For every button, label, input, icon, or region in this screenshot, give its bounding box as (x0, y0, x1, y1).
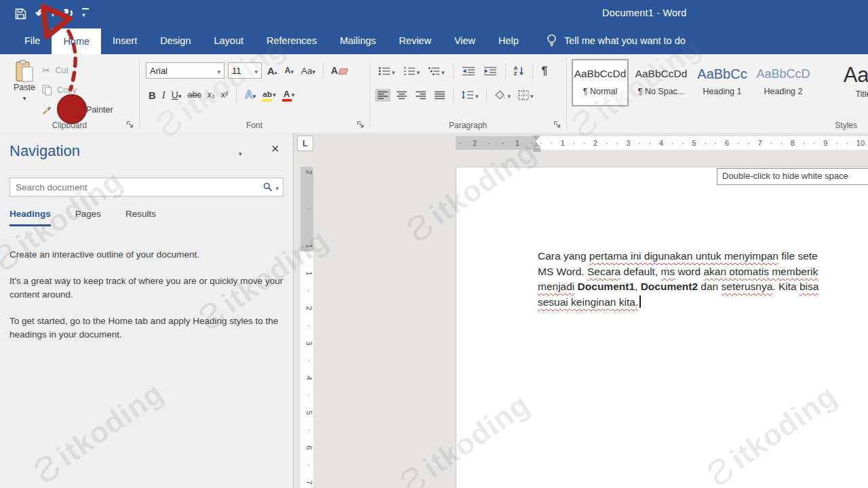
search-input[interactable] (10, 182, 263, 192)
tab-mailings[interactable]: Mailings (328, 27, 387, 54)
tab-layout[interactable]: Layout (202, 27, 255, 54)
style-card-heading1[interactable]: AaBbCc Heading 1 (694, 59, 751, 106)
tab-stop-selector[interactable] (297, 136, 313, 151)
decrease-indent-icon (462, 66, 475, 76)
tab-help[interactable]: Help (487, 27, 530, 54)
copy-icon (42, 85, 52, 96)
search-icon[interactable] (263, 182, 273, 192)
font-dialog-launcher[interactable] (357, 121, 365, 129)
chevron-down-icon (475, 89, 479, 101)
italic-button[interactable]: I (162, 89, 165, 101)
clipboard-dialog-launcher[interactable] (126, 121, 134, 129)
align-right-button[interactable] (413, 89, 429, 102)
document-line: menjadi Document1, Document2 dan seterus… (538, 279, 818, 295)
paste-dropdown chevron-down-icon[interactable] (8, 93, 41, 102)
decrease-indent-button[interactable] (460, 64, 477, 78)
numbering-button[interactable] (401, 63, 422, 79)
first-line-indent-marker[interactable] (532, 136, 540, 140)
tab-home[interactable]: Home (52, 28, 101, 54)
paste-icon (8, 60, 41, 83)
strikethrough-button[interactable]: abc (188, 90, 201, 100)
sort-arrow-icon (519, 66, 524, 76)
navigation-options-dropdown chevron-down-icon[interactable] (239, 146, 242, 159)
style-card-heading2[interactable]: AaBbCcD Heading 2 (755, 59, 812, 106)
whitespace-tooltip: Double-click to hide white space (717, 168, 868, 185)
document-page[interactable] (456, 167, 868, 488)
subscript-button[interactable]: x₂ (208, 90, 215, 100)
tab-file[interactable]: File (13, 27, 52, 54)
sort-button[interactable]: AZ (512, 64, 527, 79)
format-painter-button[interactable]: Format Painter (42, 100, 113, 119)
clear-formatting-button[interactable]: A (329, 64, 349, 77)
nav-tab-results[interactable]: Results (125, 209, 156, 226)
nav-paragraph: Create an interactive outline of your do… (9, 248, 288, 262)
undo-button[interactable] (35, 5, 47, 22)
navigation-description: Create an interactive outline of your do… (9, 248, 288, 354)
tab-references[interactable]: References (255, 27, 328, 54)
vertical-ruler[interactable]: · 1 · 2 · 3 · 4 · 5 · 6 · 7 (300, 251, 313, 488)
paste-button[interactable]: Paste (8, 60, 41, 102)
bullets-button[interactable] (376, 63, 397, 79)
style-card-no-spacing[interactable]: AaBbCcDd ¶ No Spac... (633, 59, 690, 106)
group-font: Arial 11 A A Aa A B I U abc x₂ x² (139, 54, 370, 133)
style-card-title[interactable]: AaB Title (816, 59, 868, 106)
horizontal-ruler-margin: · 2 · · 1 · (456, 136, 536, 150)
align-center-button[interactable] (394, 89, 410, 102)
customize-qat-button[interactable] (82, 8, 89, 20)
text-effects-button[interactable]: A (245, 89, 256, 101)
superscript-button[interactable]: x² (221, 90, 228, 100)
font-size-combobox[interactable]: 11 (228, 62, 262, 79)
bold-button[interactable]: B (149, 89, 156, 101)
justify-button[interactable] (432, 89, 448, 102)
shading-button[interactable] (492, 87, 513, 103)
chevron-down-icon (530, 89, 534, 101)
document-canvas: · 2 · · 1 · · · 1 · · 2 · · 3 · · 4 · · … (294, 133, 868, 488)
change-case-button[interactable]: Aa (299, 64, 317, 77)
horizontal-ruler[interactable]: · · 1 · · 2 · · 3 · · 4 · · 5 · · 6 · · … (536, 136, 868, 150)
chevron-down-icon (217, 66, 220, 76)
tell-me-box[interactable]: Tell me what you want to do (546, 27, 686, 54)
style-card-normal[interactable]: AaBbCcDd ¶ Normal (572, 59, 629, 106)
font-name-combobox[interactable]: Arial (146, 62, 224, 79)
redo-button[interactable] (63, 6, 73, 21)
cut-button[interactable]: Cut (42, 60, 113, 80)
tab-design[interactable]: Design (149, 27, 202, 54)
increase-indent-button[interactable] (481, 64, 499, 78)
align-left-button[interactable] (375, 89, 391, 102)
save-button[interactable] (15, 8, 26, 20)
document-line: Cara yang pertama ini digunakan untuk me… (538, 249, 818, 264)
copy-button[interactable]: Copy (42, 80, 113, 100)
left-indent-marker[interactable] (533, 148, 540, 152)
grow-font-button[interactable]: A (265, 63, 279, 78)
search-options-dropdown chevron-down-icon[interactable] (275, 181, 279, 193)
quick-access-toolbar (15, 4, 89, 23)
tab-review[interactable]: Review (387, 27, 443, 54)
chevron-down-icon (441, 65, 445, 77)
highlight-button[interactable]: ab (262, 88, 276, 102)
underline-button[interactable]: U (172, 89, 182, 100)
lightbulb-icon (546, 34, 557, 48)
navigation-close-button close-icon[interactable] (271, 141, 279, 157)
chevron-down-icon (254, 66, 258, 76)
line-spacing-button[interactable] (459, 87, 481, 103)
document-text[interactable]: Cara yang pertama ini digunakan untuk me… (538, 249, 818, 310)
nav-tab-headings[interactable]: Headings (9, 209, 51, 226)
undo-dropdown chevron-down-icon[interactable] (52, 7, 55, 20)
tab-view[interactable]: View (443, 27, 487, 54)
paragraph-dialog-launcher[interactable] (553, 121, 561, 129)
nav-tab-pages[interactable]: Pages (75, 209, 101, 226)
multilevel-list-button[interactable] (426, 63, 447, 79)
tab-insert[interactable]: Insert (101, 27, 149, 54)
font-color-bar (282, 99, 292, 102)
font-color-button[interactable]: A (282, 88, 295, 102)
hanging-indent-marker[interactable] (532, 142, 540, 147)
group-styles: AaBbCcDd ¶ Normal AaBbCcDd ¶ No Spac... … (566, 54, 868, 133)
chevron-down-icon (253, 89, 256, 100)
caret-down-icon (291, 68, 294, 75)
chevron-down-icon (508, 89, 511, 101)
show-formatting-marks-button[interactable]: ¶ (539, 63, 549, 79)
borders-button[interactable] (516, 87, 536, 103)
chevron-down-icon (313, 66, 316, 76)
paint-bucket-icon (494, 90, 507, 100)
shrink-font-button[interactable]: A (283, 64, 296, 77)
